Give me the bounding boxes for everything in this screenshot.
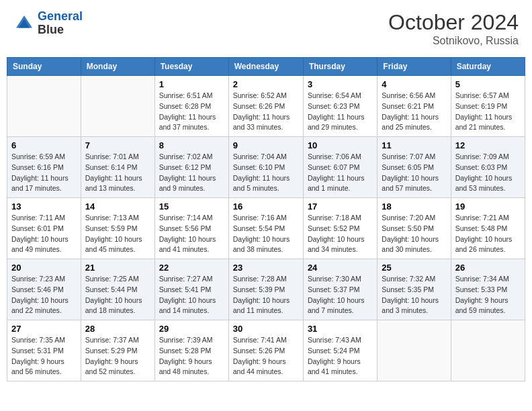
day-number: 25 [382,263,446,273]
calendar-cell: 2Sunrise: 6:52 AMSunset: 6:26 PMDaylight… [228,76,303,137]
day-info: Sunrise: 7:16 AMSunset: 5:54 PMDaylight:… [233,213,299,255]
calendar-cell: 25Sunrise: 7:32 AMSunset: 5:35 PMDayligh… [378,259,451,320]
day-info: Sunrise: 7:37 AMSunset: 5:29 PMDaylight:… [85,335,150,377]
calendar-cell: 5Sunrise: 6:57 AMSunset: 6:19 PMDaylight… [451,76,525,137]
day-info: Sunrise: 7:09 AMSunset: 6:03 PMDaylight:… [455,152,521,194]
weekday-header-monday: Monday [81,58,154,76]
day-number: 8 [159,140,224,150]
day-number: 24 [308,263,373,273]
day-info: Sunrise: 6:59 AMSunset: 6:16 PMDaylight:… [11,152,77,194]
day-number: 20 [11,263,77,273]
calendar-cell: 19Sunrise: 7:21 AMSunset: 5:48 PMDayligh… [451,198,525,259]
day-info: Sunrise: 7:27 AMSunset: 5:41 PMDaylight:… [159,274,224,316]
day-number: 17 [308,201,373,212]
calendar-cell: 20Sunrise: 7:23 AMSunset: 5:46 PMDayligh… [7,259,81,320]
calendar-cell: 27Sunrise: 7:35 AMSunset: 5:31 PMDayligh… [7,320,81,381]
calendar-cell [81,76,154,137]
day-info: Sunrise: 7:20 AMSunset: 5:50 PMDaylight:… [382,213,446,255]
day-number: 4 [382,79,446,89]
day-info: Sunrise: 6:57 AMSunset: 6:19 PMDaylight:… [455,91,521,133]
logo-text: General Blue [38,10,83,37]
month-year: October 2024 [388,10,519,35]
day-number: 26 [455,263,521,273]
calendar-cell: 31Sunrise: 7:43 AMSunset: 5:24 PMDayligh… [303,320,377,381]
day-number: 10 [308,140,373,150]
day-info: Sunrise: 7:14 AMSunset: 5:56 PMDaylight:… [159,213,224,255]
logo: General Blue [13,10,83,37]
day-info: Sunrise: 7:13 AMSunset: 5:59 PMDaylight:… [85,213,150,255]
day-info: Sunrise: 7:41 AMSunset: 5:26 PMDaylight:… [233,335,299,377]
day-info: Sunrise: 7:06 AMSunset: 6:07 PMDaylight:… [308,152,373,194]
day-info: Sunrise: 6:51 AMSunset: 6:28 PMDaylight:… [159,91,224,133]
day-number: 11 [382,140,446,150]
weekday-header-tuesday: Tuesday [154,58,228,76]
calendar-cell: 29Sunrise: 7:39 AMSunset: 5:28 PMDayligh… [154,320,228,381]
day-number: 15 [159,201,224,212]
day-info: Sunrise: 6:52 AMSunset: 6:26 PMDaylight:… [233,91,299,133]
day-number: 27 [11,324,77,334]
calendar-cell: 26Sunrise: 7:34 AMSunset: 5:33 PMDayligh… [451,259,525,320]
calendar-cell: 6Sunrise: 6:59 AMSunset: 6:16 PMDaylight… [7,137,81,198]
calendar-cell: 9Sunrise: 7:04 AMSunset: 6:10 PMDaylight… [228,137,303,198]
day-info: Sunrise: 7:30 AMSunset: 5:37 PMDaylight:… [308,274,373,316]
day-info: Sunrise: 7:18 AMSunset: 5:52 PMDaylight:… [308,213,373,255]
weekday-header-thursday: Thursday [303,58,377,76]
calendar-cell: 1Sunrise: 6:51 AMSunset: 6:28 PMDaylight… [154,76,228,137]
day-number: 16 [233,201,299,212]
calendar-cell: 7Sunrise: 7:01 AMSunset: 6:14 PMDaylight… [81,137,154,198]
calendar-cell: 8Sunrise: 7:02 AMSunset: 6:12 PMDaylight… [154,137,228,198]
calendar-cell: 4Sunrise: 6:56 AMSunset: 6:21 PMDaylight… [378,76,451,137]
calendar-cell: 13Sunrise: 7:11 AMSunset: 6:01 PMDayligh… [7,198,81,259]
day-info: Sunrise: 7:39 AMSunset: 5:28 PMDaylight:… [159,335,224,377]
calendar-cell: 12Sunrise: 7:09 AMSunset: 6:03 PMDayligh… [451,137,525,198]
day-info: Sunrise: 7:02 AMSunset: 6:12 PMDaylight:… [159,152,224,194]
day-number: 21 [85,263,150,273]
weekday-header-sunday: Sunday [7,58,81,76]
day-number: 31 [308,324,373,334]
day-number: 19 [455,201,521,212]
calendar-cell: 30Sunrise: 7:41 AMSunset: 5:26 PMDayligh… [228,320,303,381]
day-info: Sunrise: 7:32 AMSunset: 5:35 PMDaylight:… [382,274,446,316]
day-number: 7 [85,140,150,150]
day-info: Sunrise: 7:04 AMSunset: 6:10 PMDaylight:… [233,152,299,194]
calendar-cell: 17Sunrise: 7:18 AMSunset: 5:52 PMDayligh… [303,198,377,259]
header: General Blue October 2024 Sotnikovo, Rus… [7,7,525,50]
calendar-cell: 10Sunrise: 7:06 AMSunset: 6:07 PMDayligh… [303,137,377,198]
day-number: 6 [11,140,77,150]
day-number: 2 [233,79,299,89]
calendar-cell: 23Sunrise: 7:28 AMSunset: 5:39 PMDayligh… [228,259,303,320]
day-info: Sunrise: 7:11 AMSunset: 6:01 PMDaylight:… [11,213,77,255]
calendar-cell [7,76,81,137]
day-number: 13 [11,201,77,212]
calendar-cell: 11Sunrise: 7:07 AMSunset: 6:05 PMDayligh… [378,137,451,198]
calendar-cell: 22Sunrise: 7:27 AMSunset: 5:41 PMDayligh… [154,259,228,320]
day-info: Sunrise: 7:07 AMSunset: 6:05 PMDaylight:… [382,152,446,194]
calendar-cell: 3Sunrise: 6:54 AMSunset: 6:23 PMDaylight… [303,76,377,137]
day-number: 3 [308,79,373,89]
day-number: 14 [85,201,150,212]
day-info: Sunrise: 7:28 AMSunset: 5:39 PMDaylight:… [233,274,299,316]
calendar-cell: 14Sunrise: 7:13 AMSunset: 5:59 PMDayligh… [81,198,154,259]
weekday-header-wednesday: Wednesday [228,58,303,76]
day-info: Sunrise: 7:21 AMSunset: 5:48 PMDaylight:… [455,213,521,255]
calendar-cell [378,320,451,381]
calendar-cell [451,320,525,381]
day-info: Sunrise: 7:01 AMSunset: 6:14 PMDaylight:… [85,152,150,194]
day-number: 23 [233,263,299,273]
day-number: 5 [455,79,521,89]
day-number: 12 [455,140,521,150]
day-info: Sunrise: 7:23 AMSunset: 5:46 PMDaylight:… [11,274,77,316]
calendar-cell: 15Sunrise: 7:14 AMSunset: 5:56 PMDayligh… [154,198,228,259]
day-info: Sunrise: 7:34 AMSunset: 5:33 PMDaylight:… [455,274,521,316]
calendar-cell: 24Sunrise: 7:30 AMSunset: 5:37 PMDayligh… [303,259,377,320]
day-number: 29 [159,324,224,334]
calendar-cell: 16Sunrise: 7:16 AMSunset: 5:54 PMDayligh… [228,198,303,259]
day-number: 30 [233,324,299,334]
day-info: Sunrise: 6:56 AMSunset: 6:21 PMDaylight:… [382,91,446,133]
weekday-header-friday: Friday [378,58,451,76]
day-info: Sunrise: 7:35 AMSunset: 5:31 PMDaylight:… [11,335,77,377]
day-number: 18 [382,201,446,212]
day-number: 28 [85,324,150,334]
calendar-cell: 18Sunrise: 7:20 AMSunset: 5:50 PMDayligh… [378,198,451,259]
calendar-cell: 21Sunrise: 7:25 AMSunset: 5:44 PMDayligh… [81,259,154,320]
